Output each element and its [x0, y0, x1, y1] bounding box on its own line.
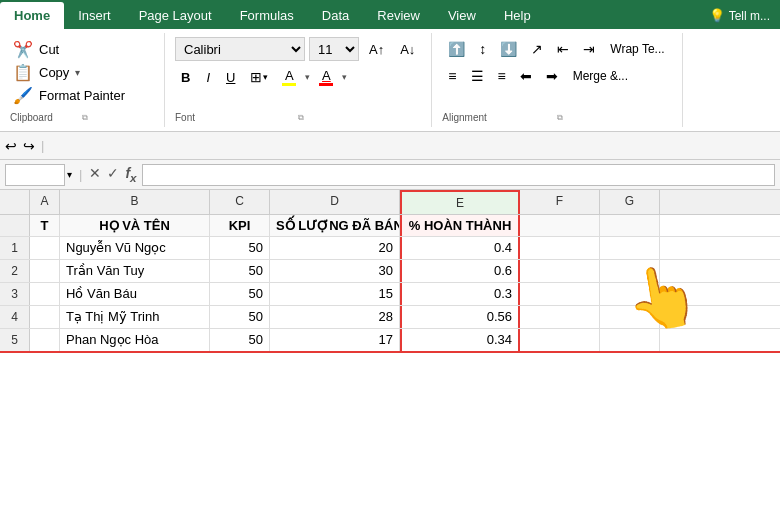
cell-5-f[interactable]	[520, 329, 600, 351]
text-direction-button[interactable]: ↗	[525, 37, 549, 61]
cell-2-b[interactable]: Trần Văn Tuy	[60, 260, 210, 282]
underline-button[interactable]: U	[220, 65, 241, 89]
cell-2-c[interactable]: 50	[210, 260, 270, 282]
cell-1-g[interactable]	[600, 237, 660, 259]
col-header-d[interactable]: D	[270, 190, 400, 214]
cell-5-b[interactable]: Phan Ngọc Hòa	[60, 329, 210, 351]
col-header-e[interactable]: E	[400, 190, 520, 214]
col-header-c[interactable]: C	[210, 190, 270, 214]
cell-3-f[interactable]	[520, 283, 600, 305]
cell-header-d[interactable]: SỐ LƯỢNG ĐÃ BÁN	[270, 215, 400, 236]
cell-3-c[interactable]: 50	[210, 283, 270, 305]
cell-4-g[interactable]	[600, 306, 660, 328]
cell-3-a[interactable]	[30, 283, 60, 305]
column-headers: A B C D E F G	[0, 190, 780, 215]
cell-1-f[interactable]	[520, 237, 600, 259]
tab-insert[interactable]: Insert	[64, 2, 125, 29]
col-header-g[interactable]: G	[600, 190, 660, 214]
cell-5-a[interactable]	[30, 329, 60, 351]
tab-home[interactable]: Home	[0, 2, 64, 29]
cell-2-a[interactable]	[30, 260, 60, 282]
cell-header-a[interactable]: T	[30, 215, 60, 236]
cell-1-d[interactable]: 20	[270, 237, 400, 259]
align-middle-button[interactable]: ↕️	[473, 37, 492, 61]
align-top-button[interactable]: ⬆️	[442, 37, 471, 61]
enter-icon[interactable]: ✓	[107, 165, 119, 184]
cell-5-c[interactable]: 50	[210, 329, 270, 351]
cell-4-f[interactable]	[520, 306, 600, 328]
align-bottom-button[interactable]: ⬇️	[494, 37, 523, 61]
col-header-b[interactable]: B	[60, 190, 210, 214]
name-box[interactable]	[5, 164, 65, 186]
name-box-dropdown[interactable]: ▾	[67, 169, 72, 180]
tell-me-input[interactable]: Tell m...	[729, 9, 770, 23]
bold-button[interactable]: B	[175, 65, 196, 89]
format-painter-button[interactable]: 🖌️ Format Painter	[10, 85, 128, 106]
font-size-select[interactable]: 11	[309, 37, 359, 61]
cell-5-e[interactable]: 0.34	[400, 329, 520, 351]
cell-3-e[interactable]: 0.3	[400, 283, 520, 305]
align-left-button[interactable]: ≡	[442, 64, 462, 88]
col-header-a[interactable]: A	[30, 190, 60, 214]
cell-2-d[interactable]: 30	[270, 260, 400, 282]
row-num-header	[0, 190, 30, 214]
indent-decrease-button[interactable]: ⇤	[551, 37, 575, 61]
redo-button[interactable]: ↪	[23, 138, 35, 154]
clipboard-expand-icon[interactable]: ⧉	[82, 113, 154, 123]
undo-button[interactable]: ↩	[5, 138, 17, 154]
clipboard-group: ✂️ Cut 📋 Copy ▾ 🖌️ Format Painter Clipbo…	[0, 33, 165, 127]
align-center-button[interactable]: ☰	[465, 64, 490, 88]
cell-4-b[interactable]: Tạ Thị Mỹ Trinh	[60, 306, 210, 328]
increase-indent-button[interactable]: ➡	[540, 64, 564, 88]
decrease-indent-button[interactable]: ⬅	[514, 64, 538, 88]
highlight-color-button[interactable]: A	[277, 66, 301, 88]
font-expand-icon[interactable]: ⧉	[298, 113, 421, 123]
cell-5-g[interactable]	[600, 329, 660, 351]
tab-help[interactable]: Help	[490, 2, 545, 29]
cut-button[interactable]: ✂️ Cut	[10, 39, 128, 60]
cell-3-d[interactable]: 15	[270, 283, 400, 305]
cell-header-e[interactable]: % HOÀN THÀNH	[400, 215, 520, 236]
cell-2-e[interactable]: 0.6	[400, 260, 520, 282]
tab-review[interactable]: Review	[363, 2, 434, 29]
cell-2-f[interactable]	[520, 260, 600, 282]
cell-1-b[interactable]: Nguyễn Vũ Ngọc	[60, 237, 210, 259]
cell-4-d[interactable]: 28	[270, 306, 400, 328]
italic-button[interactable]: I	[200, 65, 216, 89]
tab-formulas[interactable]: Formulas	[226, 2, 308, 29]
cell-header-g[interactable]	[600, 215, 660, 236]
font-name-select[interactable]: Calibri	[175, 37, 305, 61]
align-right-button[interactable]: ≡	[492, 64, 512, 88]
cell-3-b[interactable]: Hồ Văn Báu	[60, 283, 210, 305]
tab-data[interactable]: Data	[308, 2, 363, 29]
cancel-icon[interactable]: ✕	[89, 165, 101, 184]
cell-2-g[interactable]	[600, 260, 660, 282]
cell-3-g[interactable]	[600, 283, 660, 305]
indent-increase-button[interactable]: ⇥	[577, 37, 601, 61]
cell-4-e[interactable]: 0.56	[400, 306, 520, 328]
cell-4-c[interactable]: 50	[210, 306, 270, 328]
cell-1-a[interactable]	[30, 237, 60, 259]
wrap-text-button[interactable]: Wrap Te...	[603, 39, 671, 59]
cell-1-e[interactable]: 0.4	[400, 237, 520, 259]
font-color-button[interactable]: A	[314, 66, 338, 88]
font-color-dropdown-icon[interactable]: ▾	[342, 72, 347, 82]
border-button[interactable]: ⊞ ▾	[245, 66, 273, 88]
cell-1-c[interactable]: 50	[210, 237, 270, 259]
copy-button[interactable]: 📋 Copy ▾	[10, 62, 128, 83]
tab-page-layout[interactable]: Page Layout	[125, 2, 226, 29]
increase-font-button[interactable]: A↑	[363, 37, 390, 61]
cell-header-c[interactable]: KPI	[210, 215, 270, 236]
function-icon[interactable]: fx	[125, 165, 136, 184]
decrease-font-button[interactable]: A↓	[394, 37, 421, 61]
highlight-dropdown-icon[interactable]: ▾	[305, 72, 310, 82]
formula-input[interactable]	[142, 164, 775, 186]
merge-cells-button[interactable]: Merge &...	[566, 66, 635, 86]
cell-5-d[interactable]: 17	[270, 329, 400, 351]
cell-4-a[interactable]	[30, 306, 60, 328]
alignment-expand-icon[interactable]: ⧉	[557, 113, 672, 123]
tab-view[interactable]: View	[434, 2, 490, 29]
col-header-f[interactable]: F	[520, 190, 600, 214]
cell-header-f[interactable]	[520, 215, 600, 236]
cell-header-b[interactable]: HỌ VÀ TÊN	[60, 215, 210, 236]
